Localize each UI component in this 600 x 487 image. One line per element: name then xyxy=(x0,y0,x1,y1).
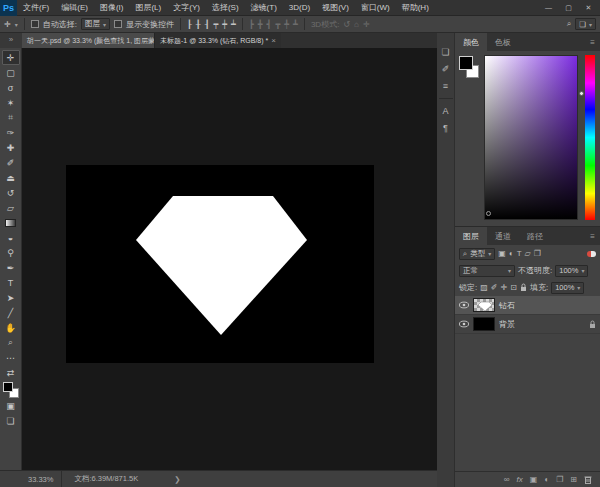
auto-select-dropdown[interactable]: 图层 ▾ xyxy=(81,18,110,30)
panel-menu-icon[interactable]: ≡ xyxy=(585,33,600,51)
align-right-icon[interactable]: ┨ xyxy=(205,20,210,29)
tab-paths[interactable]: 路径 xyxy=(519,227,551,245)
menu-help[interactable]: 帮助(H) xyxy=(396,2,435,13)
lasso-tool[interactable]: σ xyxy=(2,80,20,95)
marquee-tool[interactable]: ▢ xyxy=(2,65,20,80)
menu-select[interactable]: 选择(S) xyxy=(206,2,245,13)
panel-menu-icon[interactable]: ≡ xyxy=(585,227,600,245)
align-vcenter-icon[interactable]: ┿ xyxy=(222,20,227,29)
clone-stamp-tool[interactable]: ⏏ xyxy=(2,170,20,185)
filter-pixel-layers-icon[interactable]: ▣ xyxy=(498,249,506,258)
delete-layer-trash-icon[interactable] xyxy=(584,475,592,484)
fill-dropdown[interactable]: 100% ▾ xyxy=(551,282,584,294)
eyedropper-tool[interactable]: ✑ xyxy=(2,125,20,140)
visibility-eye-icon[interactable] xyxy=(459,320,469,328)
type-tool[interactable]: T xyxy=(2,275,20,290)
align-left-icon[interactable]: ┠ xyxy=(187,20,192,29)
color-swatch-pair[interactable] xyxy=(459,55,479,220)
saturation-brightness-field[interactable] xyxy=(484,55,578,220)
menu-layer[interactable]: 图层(L) xyxy=(129,2,167,13)
filter-toggle-switch[interactable] xyxy=(587,251,596,257)
zoom-tool[interactable]: ⌕ xyxy=(2,335,20,350)
close-button[interactable]: ✕ xyxy=(580,2,597,14)
pen-tool[interactable]: ✒ xyxy=(2,260,20,275)
blur-tool[interactable]: ◒ xyxy=(2,230,20,245)
eraser-tool[interactable]: ▱ xyxy=(2,200,20,215)
edit-toolbar-button[interactable]: ⋯ xyxy=(2,350,20,365)
align-top-icon[interactable]: ┯ xyxy=(213,20,218,29)
dodge-tool[interactable]: ⚲ xyxy=(2,245,20,260)
swap-colors-button[interactable]: ⇄ xyxy=(2,365,20,380)
lock-transparency-icon[interactable]: ▨ xyxy=(480,283,488,292)
menu-3d[interactable]: 3D(D) xyxy=(283,3,316,12)
hand-tool[interactable]: ✋ xyxy=(2,320,20,335)
new-group-icon[interactable]: ❐ xyxy=(556,475,563,484)
brush-tool[interactable]: ✐ xyxy=(2,155,20,170)
tab-layers[interactable]: 图层 xyxy=(455,227,487,245)
layer-name[interactable]: 背景 xyxy=(499,319,515,330)
libraries-panel-icon[interactable]: ❏ xyxy=(441,47,449,57)
character-panel-icon[interactable]: A xyxy=(442,106,448,116)
foreground-background-swatches[interactable] xyxy=(3,382,19,398)
menu-view[interactable]: 视图(V) xyxy=(316,2,355,13)
adjustment-layer-icon[interactable]: ◐ xyxy=(544,475,549,484)
hue-slider[interactable] xyxy=(585,55,595,220)
color-picker-cursor[interactable] xyxy=(486,211,491,216)
status-options-arrow[interactable]: ❯ xyxy=(174,475,180,484)
menu-file[interactable]: 文件(F) xyxy=(17,2,55,13)
tab-color[interactable]: 颜色 xyxy=(455,33,487,51)
foreground-color-swatch[interactable] xyxy=(459,56,473,70)
layer-style-fx-icon[interactable]: fx xyxy=(516,475,522,484)
workspace-switcher[interactable]: ❏ ▾ xyxy=(575,18,596,30)
history-brush-tool[interactable]: ↺ xyxy=(2,185,20,200)
zoom-level-field[interactable]: 33.33% xyxy=(0,471,62,487)
auto-select-checkbox[interactable] xyxy=(31,20,39,28)
align-hcenter-icon[interactable]: ╂ xyxy=(196,20,201,29)
healing-brush-tool[interactable]: ✚ xyxy=(2,140,20,155)
blend-mode-dropdown[interactable]: 正常 ▾ xyxy=(459,265,515,277)
align-bottom-icon[interactable]: ┷ xyxy=(231,20,236,29)
visibility-eye-icon[interactable] xyxy=(459,301,469,309)
minimize-button[interactable]: — xyxy=(540,2,557,14)
lock-position-icon[interactable]: ✛ xyxy=(501,283,508,292)
filter-shape-layers-icon[interactable]: ▱ xyxy=(525,249,531,258)
canvas-area[interactable] xyxy=(22,48,437,470)
quick-mask-button[interactable]: ▣ xyxy=(2,398,20,413)
properties-panel-icon[interactable]: ✐ xyxy=(442,64,450,74)
lock-pixels-icon[interactable]: ✐ xyxy=(491,283,498,292)
opacity-dropdown[interactable]: 100% ▾ xyxy=(555,265,588,277)
foreground-color-swatch[interactable] xyxy=(3,382,13,392)
lock-all-icon[interactable] xyxy=(520,283,527,292)
menu-window[interactable]: 窗口(W) xyxy=(355,2,396,13)
quick-selection-tool[interactable]: ✶ xyxy=(2,95,20,110)
maximize-button[interactable]: ▢ xyxy=(560,2,577,14)
tab-channels[interactable]: 通道 xyxy=(487,227,519,245)
adjustments-panel-icon[interactable]: ≡ xyxy=(443,81,448,91)
new-layer-icon[interactable]: ⊞ xyxy=(570,475,577,484)
shape-tool[interactable]: ╱ xyxy=(2,305,20,320)
menu-filter[interactable]: 滤镜(T) xyxy=(245,2,283,13)
filter-smart-objects-icon[interactable]: ❐ xyxy=(534,249,541,258)
link-layers-icon[interactable]: ∞ xyxy=(504,475,510,484)
hue-slider-handle[interactable] xyxy=(579,91,584,96)
tab-swatches[interactable]: 色板 xyxy=(487,33,519,51)
layer-row-background[interactable]: 背景 xyxy=(455,315,600,334)
crop-tool[interactable]: ⌗ xyxy=(2,110,20,125)
filter-type-layers-icon[interactable]: T xyxy=(517,249,522,258)
menu-type[interactable]: 文字(Y) xyxy=(167,2,206,13)
add-mask-icon[interactable]: ▣ xyxy=(530,475,538,484)
menu-image[interactable]: 图像(I) xyxy=(94,2,130,13)
toolbar-collapse-button[interactable]: » xyxy=(0,33,22,48)
screen-mode-button[interactable]: ❏ xyxy=(2,413,20,428)
search-icon[interactable]: ⌕ xyxy=(567,19,571,29)
menu-edit[interactable]: 编辑(E) xyxy=(55,2,94,13)
lock-artboard-icon[interactable]: ⊡ xyxy=(510,283,517,292)
gradient-tool[interactable] xyxy=(2,215,20,230)
filter-type-dropdown[interactable]: ⌕ 类型 ▾ xyxy=(459,248,495,260)
tool-preset-caret-icon[interactable]: ▾ xyxy=(15,21,18,28)
paragraph-panel-icon[interactable]: ¶ xyxy=(443,123,448,133)
layer-thumbnail[interactable] xyxy=(473,317,495,331)
show-transform-checkbox[interactable] xyxy=(114,20,122,28)
layer-name[interactable]: 钻石 xyxy=(499,300,515,311)
document-tab-inactive[interactable]: 胡一天.psd @ 33.3% (颜色查找 1, 图层蒙版/8) * × xyxy=(22,33,154,48)
